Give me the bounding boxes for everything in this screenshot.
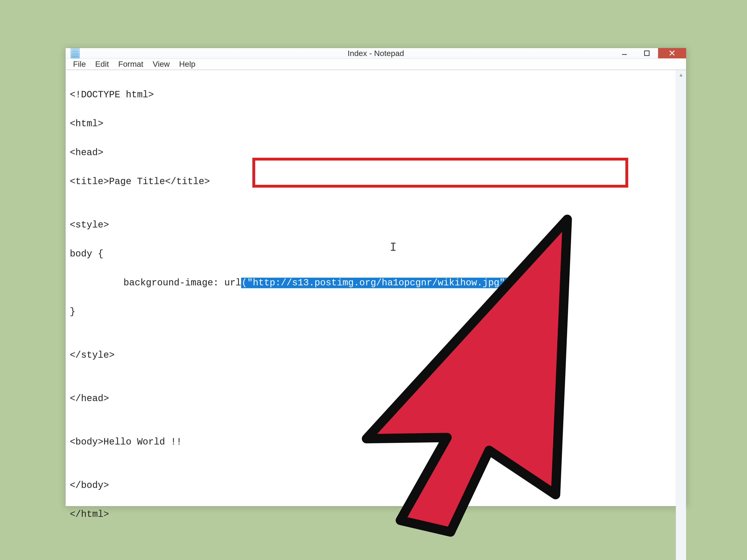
code-line: </html> bbox=[70, 507, 672, 522]
menu-file[interactable]: File bbox=[72, 59, 87, 70]
code-line: </body> bbox=[70, 478, 672, 493]
code-line: <title>Page Title</title> bbox=[70, 175, 672, 189]
menu-format[interactable]: Format bbox=[117, 59, 145, 70]
code-line: body { bbox=[70, 247, 672, 261]
selected-text: ("http://s13.postimg.org/ha1opcgnr/wikih… bbox=[241, 278, 517, 288]
scroll-up-icon[interactable]: ▲ bbox=[676, 70, 686, 80]
menubar: File Edit Format View Help bbox=[66, 59, 686, 70]
content-area: <!DOCTYPE html> <html> <head> <title>Pag… bbox=[66, 70, 686, 560]
titlebar[interactable]: Index - Notepad ✕ bbox=[66, 48, 686, 59]
code-line: </head> bbox=[70, 392, 672, 406]
text-editor[interactable]: <!DOCTYPE html> <html> <head> <title>Pag… bbox=[66, 70, 676, 560]
code-line: <style> bbox=[70, 218, 672, 232]
code-line: <!DOCTYPE html> bbox=[70, 88, 672, 102]
notepad-window: Index - Notepad ✕ File Edit Format View … bbox=[66, 48, 686, 506]
vertical-scrollbar[interactable]: ▲ ▼ bbox=[676, 70, 686, 560]
text-cursor-ibeam-icon: I bbox=[390, 240, 396, 254]
code-line: <body>Hello World !! bbox=[70, 435, 672, 449]
menu-edit[interactable]: Edit bbox=[94, 59, 110, 70]
code-line: } bbox=[70, 305, 672, 319]
code-line: <html> bbox=[70, 117, 672, 131]
code-line: background-image: url("http://s13.postim… bbox=[124, 276, 672, 290]
code-line: </style> bbox=[70, 348, 672, 363]
menu-help[interactable]: Help bbox=[178, 59, 197, 70]
code-line: <head> bbox=[70, 145, 672, 160]
code-text: background-image: url bbox=[124, 278, 241, 288]
window-title: Index - Notepad bbox=[66, 49, 686, 58]
menu-view[interactable]: View bbox=[151, 59, 171, 70]
